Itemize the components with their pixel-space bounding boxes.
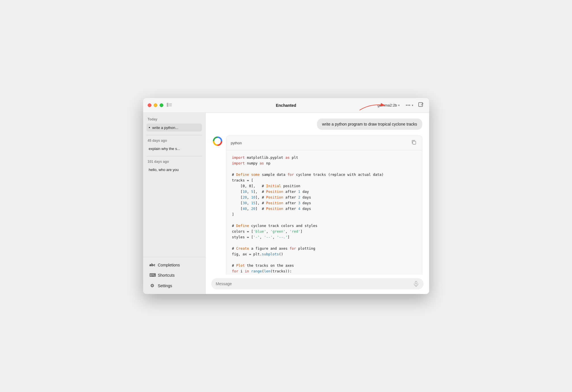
avatar-icon <box>212 136 223 146</box>
minimize-button[interactable] <box>154 103 157 107</box>
bullet-icon: • <box>149 125 150 130</box>
sidebar-item-explain-why[interactable]: explain why the s... <box>147 145 202 153</box>
svg-rect-3 <box>169 106 172 106</box>
code-text: import matplotlib.pyplot as plt import n… <box>232 155 416 274</box>
assistant-avatar <box>212 136 223 146</box>
traffic-lights <box>148 103 163 107</box>
svg-rect-2 <box>169 105 172 105</box>
code-block: python import matplotlib.pyplot as plt i <box>226 135 422 275</box>
completions-label: Completions <box>158 263 180 267</box>
sidebar-item-hello[interactable]: hello, who are you <box>147 166 202 174</box>
model-selector[interactable]: gemma2:2b ▾ <box>375 102 402 109</box>
title-bar-actions: gemma2:2b ▾ ••• ▾ <box>375 101 424 110</box>
user-message-text: write a python program to draw tropical … <box>322 122 417 126</box>
assistant-message: python import matplotlib.pyplot as plt i <box>212 135 422 275</box>
sidebar-item-settings[interactable]: ⚙ Settings <box>147 281 202 291</box>
code-block-header: python <box>226 136 422 150</box>
more-options-button[interactable]: ••• ▾ <box>404 102 415 109</box>
sidebar-history: Today • write a python... 45 days ago ex… <box>143 113 205 257</box>
copy-icon <box>411 140 416 145</box>
svg-rect-1 <box>169 103 172 104</box>
sidebar-toggle-button[interactable] <box>167 103 172 108</box>
days-45-label: 45 days ago <box>147 139 202 143</box>
divider-2 <box>147 156 202 156</box>
shortcuts-label: Shortcuts <box>158 273 175 278</box>
sidebar-item-completions[interactable]: abc Completions <box>147 260 202 270</box>
svg-point-7 <box>216 139 220 143</box>
svg-rect-9 <box>415 281 417 284</box>
chat-input-area <box>206 275 429 294</box>
sidebar-item-write-python[interactable]: • write a python... <box>147 124 202 132</box>
chat-input-container <box>211 278 423 289</box>
microphone-icon <box>413 281 419 287</box>
sidebar-item-label: hello, who are you <box>149 168 179 172</box>
code-content-block: import matplotlib.pyplot as plt import n… <box>226 150 422 275</box>
settings-label: Settings <box>158 283 172 288</box>
completions-icon: abc <box>149 263 155 267</box>
message-input[interactable] <box>216 282 411 286</box>
sidebar-item-shortcuts[interactable]: ⌨ Shortcuts <box>147 270 202 280</box>
new-chat-icon <box>418 102 423 107</box>
sidebar: Today • write a python... 45 days ago ex… <box>143 113 206 294</box>
svg-rect-5 <box>419 103 423 107</box>
main-content: Today • write a python... 45 days ago ex… <box>143 113 429 294</box>
code-language: python <box>231 141 242 145</box>
today-label: Today <box>147 117 202 121</box>
model-name: gemma2:2b <box>377 103 397 107</box>
maximize-button[interactable] <box>160 103 163 107</box>
chat-messages: write a python program to draw tropical … <box>206 113 429 275</box>
chat-area: write a python program to draw tropical … <box>206 113 429 294</box>
svg-rect-0 <box>167 103 168 107</box>
settings-icon: ⚙ <box>149 283 155 288</box>
keyboard-icon: ⌨ <box>149 272 155 278</box>
svg-rect-8 <box>413 141 416 144</box>
close-button[interactable] <box>148 103 151 107</box>
divider-1 <box>147 135 202 135</box>
voice-button[interactable] <box>413 281 419 287</box>
app-window: Enchanted gemma2:2b ▾ ••• ▾ <box>143 98 429 294</box>
user-bubble: write a python program to draw tropical … <box>317 118 422 130</box>
model-chevron-icon: ▾ <box>398 104 400 107</box>
title-bar: Enchanted gemma2:2b ▾ ••• ▾ <box>143 98 429 113</box>
user-message: write a python program to draw tropical … <box>212 118 422 130</box>
window-title: Enchanted <box>276 103 296 108</box>
sidebar-item-label: explain why the s... <box>149 147 180 151</box>
dots-chevron-icon: ▾ <box>412 104 413 107</box>
sidebar-item-label: write a python... <box>152 126 178 130</box>
assistant-content: python import matplotlib.pyplot as plt i <box>226 135 422 275</box>
copy-button[interactable] <box>410 139 417 147</box>
dots-icon: ••• <box>406 103 411 107</box>
days-101-label: 101 days ago <box>147 160 202 164</box>
new-chat-button[interactable] <box>417 101 425 110</box>
sidebar-footer: abc Completions ⌨ Shortcuts ⚙ Settings <box>143 257 205 294</box>
